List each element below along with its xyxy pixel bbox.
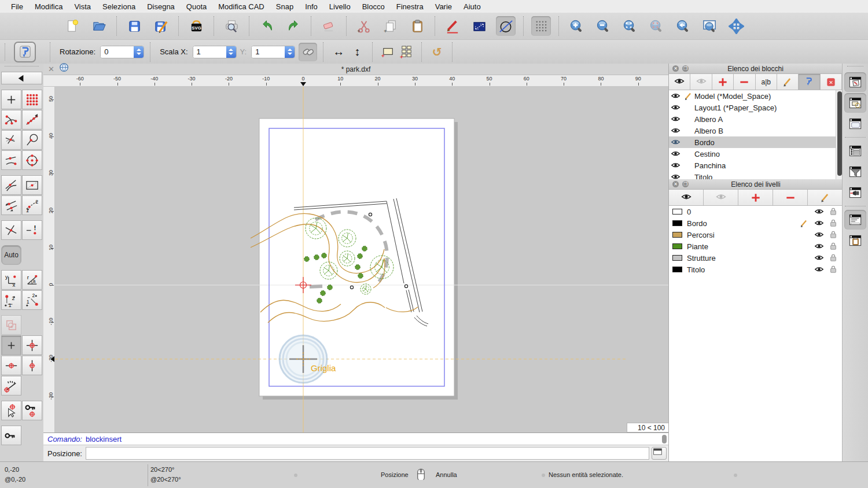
menu-varie[interactable]: Varie xyxy=(430,1,457,12)
layer-visibility-eye-icon[interactable] xyxy=(814,230,824,240)
panel-property-editor-toggle[interactable] xyxy=(844,72,866,92)
block-visibility-eye-icon[interactable] xyxy=(669,91,682,101)
layer-row-titolo[interactable]: Titolo xyxy=(669,264,843,275)
save-button[interactable] xyxy=(124,16,144,36)
block-row-cestino[interactable]: Cestino xyxy=(669,148,836,160)
remove-block-button[interactable] xyxy=(734,74,755,90)
new-file-button[interactable] xyxy=(62,16,82,36)
snap-center-button[interactable] xyxy=(22,150,42,170)
insert-block-button[interactable] xyxy=(799,74,820,90)
open-folder-button[interactable] xyxy=(89,16,109,36)
single-insert-button[interactable]: + xyxy=(378,43,397,61)
panel-selection-info-toggle[interactable] xyxy=(844,93,866,113)
print-preview-button[interactable] xyxy=(222,16,241,36)
undo-button[interactable] xyxy=(257,16,277,36)
toolbar-drag-handle[interactable] xyxy=(5,43,10,61)
menu-file[interactable]: File xyxy=(6,1,28,12)
zoom-selection-button[interactable] xyxy=(646,16,666,36)
rotation-spinner[interactable]: 0 xyxy=(100,46,144,58)
block-row-albero[interactable]: Albero A xyxy=(669,113,836,125)
menu-quota[interactable]: Quota xyxy=(181,1,212,12)
zoom-auto-button[interactable] xyxy=(620,16,639,36)
show-all-eye-button[interactable] xyxy=(669,74,690,90)
grid-toggle-button[interactable] xyxy=(531,16,551,36)
delete-eraser-button[interactable] xyxy=(319,16,339,36)
menu-info[interactable]: Info xyxy=(300,1,323,12)
keep-proportions-button[interactable] xyxy=(299,43,317,61)
scale-y-spinner[interactable]: 1 xyxy=(251,46,295,58)
pan-button[interactable] xyxy=(726,16,746,36)
layer-color-swatch[interactable] xyxy=(672,220,682,226)
block-visibility-eye-icon[interactable] xyxy=(669,149,682,159)
save-as-button[interactable] xyxy=(151,16,171,36)
block-row-panchina[interactable]: Panchina xyxy=(669,160,836,171)
add-block-button[interactable] xyxy=(712,74,734,90)
coord-relative-a-button[interactable]: 12 xyxy=(1,290,21,310)
scale-x-spinner[interactable]: 1 xyxy=(193,46,237,58)
snap-manual-button[interactable]: ! xyxy=(22,220,42,240)
array-insert-button[interactable]: + xyxy=(397,43,415,61)
layer-color-swatch[interactable] xyxy=(672,243,682,249)
drawing-viewport[interactable]: Griglia xyxy=(55,87,668,432)
restrict-off-button[interactable] xyxy=(1,335,21,355)
palette-back-button[interactable] xyxy=(1,72,42,84)
layer-row-strutture[interactable]: Strutture xyxy=(669,252,843,264)
menu-modifica[interactable]: Modifica xyxy=(30,1,68,12)
block-visibility-eye-icon[interactable] xyxy=(669,172,682,180)
menu-blocco[interactable]: Blocco xyxy=(357,1,390,12)
show-all-eye-button[interactable] xyxy=(669,190,704,205)
layer-row-bordo[interactable]: Bordo xyxy=(669,217,843,229)
auto-snap-button[interactable]: Auto xyxy=(1,245,21,265)
menu-disegna[interactable]: Disegna xyxy=(142,1,180,12)
layer-row-0[interactable]: 0 xyxy=(669,206,843,217)
scale-y-stepper[interactable] xyxy=(285,46,295,58)
layer-lock-icon[interactable] xyxy=(829,242,838,251)
command-history[interactable]: Comando: blockinsert xyxy=(43,432,668,445)
restrict-angle-button[interactable] xyxy=(1,376,21,395)
snap-cross-button[interactable] xyxy=(1,220,21,240)
zoom-out-button[interactable] xyxy=(593,16,613,36)
snap-on-entity-button[interactable] xyxy=(22,130,42,150)
block-insert-button[interactable] xyxy=(14,42,36,62)
layer-visibility-eye-icon[interactable] xyxy=(814,219,824,228)
menu-vista[interactable]: Vista xyxy=(69,1,96,12)
block-row-bordo[interactable]: Bordo xyxy=(669,136,836,148)
layer-lock-icon[interactable] xyxy=(829,219,838,228)
restrict-horizontal-button[interactable] xyxy=(1,356,21,375)
circle-line-button[interactable] xyxy=(496,16,516,36)
lock-relative-zero-button[interactable] xyxy=(22,401,42,420)
remove-layer-button[interactable] xyxy=(773,190,808,205)
set-relative-zero-button[interactable] xyxy=(1,401,21,420)
block-visibility-eye-icon[interactable] xyxy=(669,114,682,124)
rename-block-button[interactable]: a|b xyxy=(756,74,777,90)
hide-all-eye-button[interactable] xyxy=(704,190,738,205)
panel-preview-toggle[interactable] xyxy=(844,114,866,134)
flip-horizontal-button[interactable]: ↔ xyxy=(329,43,348,61)
palette-drag-handle[interactable] xyxy=(5,66,39,69)
block-visibility-eye-icon[interactable] xyxy=(669,138,682,147)
layer-color-swatch[interactable] xyxy=(672,209,682,215)
block-row-albero[interactable]: Albero B xyxy=(669,125,836,136)
reset-button[interactable]: ↺ xyxy=(428,43,446,61)
delete-block-button[interactable]: ✕ xyxy=(821,74,842,90)
coord-relative-b-button[interactable]: 12 xyxy=(22,290,42,310)
block-visibility-eye-icon[interactable] xyxy=(669,126,682,136)
hide-all-eye-button[interactable] xyxy=(690,74,712,90)
layer-row-percorsi[interactable]: Percorsi xyxy=(669,229,843,241)
block-row-layout1[interactable]: Layout1 (*Paper_Space) xyxy=(669,102,836,113)
edit-block-button[interactable] xyxy=(777,74,799,90)
menu-snap[interactable]: Snap xyxy=(271,1,299,12)
layer-lock-icon[interactable] xyxy=(829,265,838,274)
restrict-vertical-button[interactable] xyxy=(22,356,42,375)
layer-lock-icon[interactable] xyxy=(829,253,838,263)
add-layer-button[interactable] xyxy=(738,190,773,205)
layer-row-piante[interactable]: Piante xyxy=(669,241,843,252)
snap-reference-button[interactable] xyxy=(22,175,42,195)
svg-export-button[interactable]: SVG xyxy=(186,16,206,36)
copy-reference-button[interactable]: + xyxy=(381,16,400,36)
snap-intersection-button[interactable] xyxy=(1,130,21,150)
redo-button[interactable] xyxy=(284,16,303,36)
command-history-scrollbar[interactable] xyxy=(662,435,667,443)
scale-x-value[interactable]: 1 xyxy=(193,46,226,58)
zoom-window-button[interactable] xyxy=(700,16,719,36)
